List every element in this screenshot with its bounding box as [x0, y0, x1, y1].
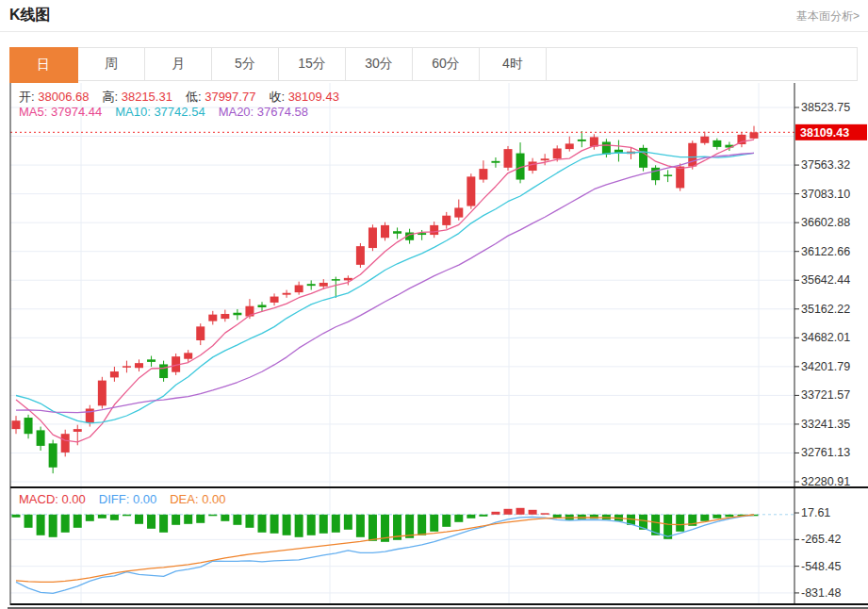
candle-body [688, 143, 696, 167]
candle-body [479, 169, 487, 179]
legend-ohlc-item-0: 开: 38006.68 [19, 90, 89, 104]
candle-body [430, 225, 438, 235]
ma20-line [16, 153, 754, 412]
macd-bar [700, 515, 709, 521]
macd-bar [479, 515, 487, 517]
candle-body [442, 216, 450, 225]
candle-body [541, 158, 549, 160]
legend-ma-item-1: MA10: 37742.54 [115, 105, 205, 119]
candle-body [676, 167, 684, 189]
macd-axis-label: -265.42 [801, 533, 841, 546]
macd-bar [712, 515, 721, 518]
macd-bar [123, 515, 131, 517]
macd-bar [245, 515, 254, 528]
macd-bar [135, 515, 143, 524]
macd-bar [159, 515, 168, 533]
macd-bar [12, 515, 21, 518]
macd-bar [86, 515, 94, 521]
candle-body [700, 137, 709, 143]
candle-body [159, 364, 168, 378]
candle-body [12, 420, 21, 429]
candle-body [123, 366, 131, 368]
macd-bar [356, 515, 365, 537]
candle-body [565, 143, 574, 149]
candle-body [639, 148, 647, 168]
macd-bar [332, 515, 340, 533]
candle-body [602, 141, 611, 154]
candle-body [110, 371, 119, 377]
macd-bar [172, 515, 180, 525]
candle-body [712, 140, 721, 147]
macd-axis-label: -548.45 [801, 560, 841, 573]
candle-body [454, 207, 463, 217]
candle-body [25, 418, 33, 434]
candle-body [196, 326, 205, 340]
macd-bar [516, 508, 525, 515]
price-axis-label: 36602.88 [801, 216, 850, 229]
candle-body [393, 231, 401, 234]
legend-ohlc-item-2: 低: 37997.77 [186, 90, 255, 104]
legend-ohlc-item-3: 收: 38109.43 [269, 90, 338, 104]
candle-body [651, 168, 660, 180]
price-axis-label: 38523.75 [801, 101, 850, 114]
candle-body [553, 148, 562, 158]
legend-macd-item-1: DIFF: 0.00 [99, 492, 156, 506]
candle-body [491, 161, 500, 163]
macd-bar [430, 515, 438, 532]
price-axis-label: 33721.57 [801, 388, 850, 402]
candle-body [49, 443, 57, 467]
macd-bar [676, 515, 684, 532]
legend-ohlc-item-1: 高: 38215.31 [102, 90, 172, 104]
candle-body [147, 359, 156, 362]
price-axis-label: 35642.44 [801, 273, 850, 287]
macd-bar [344, 515, 352, 530]
macd-bar [418, 515, 426, 535]
macd-bar [504, 509, 513, 515]
macd-bar [25, 515, 33, 528]
candle-body [504, 149, 513, 168]
macd-axis-label: 17.61 [801, 506, 830, 519]
macd-bar [368, 515, 377, 541]
price-axis-label: 36122.66 [801, 245, 850, 258]
macd-bar [49, 515, 57, 537]
candle-body [307, 284, 316, 286]
candle-body [529, 161, 537, 171]
legend-ma-item-0: MA5: 37974.44 [19, 105, 102, 119]
macd-bar [184, 515, 192, 524]
candle-body [98, 381, 106, 406]
macd-bar [541, 513, 549, 515]
ma-legend: MA5: 37974.44MA10: 37742.54MA20: 37674.5… [19, 105, 321, 119]
macd-bar [529, 510, 537, 515]
legend-macd-item-2: DEA: 0.00 [170, 492, 225, 506]
macd-bar [491, 512, 500, 515]
macd-bar [233, 515, 241, 525]
price-axis-label: 34201.79 [801, 360, 850, 373]
candle-body [578, 140, 586, 141]
macd-legend: MACD: 0.00DIFF: 0.00DEA: 0.00 [19, 492, 239, 506]
candle-body [368, 227, 377, 248]
macd-bar [37, 515, 45, 535]
macd-bar [319, 515, 328, 534]
macd-bar [258, 515, 267, 533]
macd-bar [454, 515, 463, 522]
candle-body [184, 353, 192, 358]
macd-bar [283, 515, 291, 535]
price-axis-label: 32761.13 [801, 446, 850, 459]
candle-body [208, 315, 217, 321]
candle-body [37, 430, 45, 446]
candle-body [270, 297, 279, 303]
candle-body [283, 293, 291, 295]
candle-body [61, 434, 70, 453]
macd-bar [74, 515, 82, 528]
candle-body [258, 304, 267, 307]
macd-bar [270, 515, 279, 534]
price-axis-label: 37563.32 [801, 158, 850, 172]
macd-bar [196, 515, 205, 523]
macd-bar [578, 515, 586, 519]
macd-bar [110, 515, 119, 520]
macd-bar [61, 515, 70, 533]
legend-macd-item-0: MACD: 0.00 [19, 492, 86, 506]
macd-axis-label: -831.48 [801, 586, 841, 600]
kline-panel: K线图 基本面分析> 38523.7537563.3237083.1036602… [0, 0, 868, 609]
macd-bar [442, 515, 450, 527]
